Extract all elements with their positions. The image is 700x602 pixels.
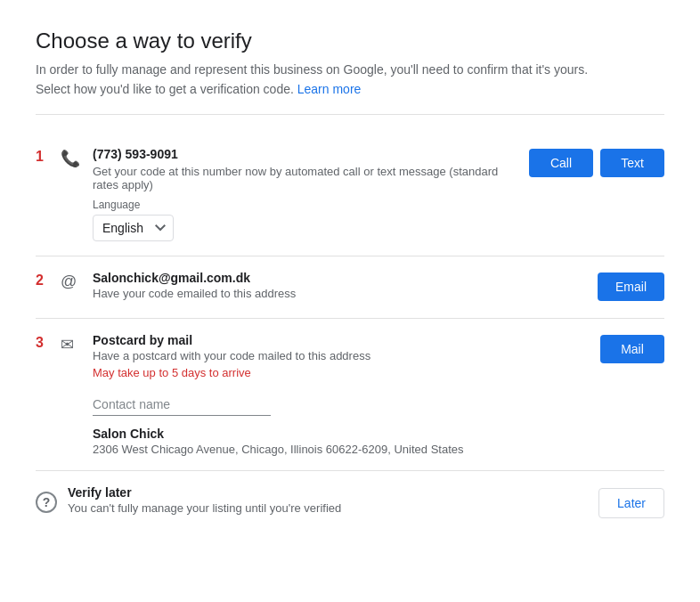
phone-icon: 📞	[61, 149, 89, 168]
email-address: Salonchick@gmail.com.dk	[93, 271, 576, 285]
phone-actions: Call Text	[508, 147, 664, 177]
verify-later-actions: Later	[577, 486, 664, 518]
email-details: Salonchick@gmail.com.dk Have your code e…	[93, 271, 576, 304]
call-button[interactable]: Call	[529, 149, 593, 177]
question-icon: ?	[36, 492, 57, 513]
at-icon: @	[61, 273, 89, 291]
verify-later-option: ? Verify later You can't fully manage yo…	[36, 471, 664, 533]
verify-later-desc: You can't fully manage your listing unti…	[68, 501, 577, 515]
top-divider	[36, 114, 664, 115]
verify-later-content: Verify later You can't fully manage your…	[68, 485, 577, 518]
page-learn-more-text: Select how you'd like to get a verificat…	[36, 82, 664, 96]
postcard-desc: Have a postcard with your code mailed to…	[93, 349, 579, 362]
page-subtitle: In order to fully manage and represent t…	[36, 62, 664, 77]
phone-row-top: (773) 593-9091 Get your code at this num…	[89, 147, 664, 241]
text-button[interactable]: Text	[600, 149, 664, 177]
learn-more-link[interactable]: Learn more	[297, 82, 362, 96]
language-label: Language	[93, 199, 508, 211]
contact-name-input[interactable]	[93, 394, 271, 416]
email-actions: Email	[576, 271, 664, 301]
page-title: Choose a way to verify	[36, 28, 664, 53]
email-option: 2 @ Salonchick@gmail.com.dk Have your co…	[36, 256, 664, 319]
phone-details: (773) 593-9091 Get your code at this num…	[93, 147, 508, 241]
email-desc: Have your code emailed to this address	[93, 287, 576, 300]
verify-later-title: Verify later	[68, 485, 577, 500]
postcard-warning: May take up to 5 days to arrive	[93, 366, 579, 379]
language-select[interactable]: English Spanish French	[93, 215, 174, 241]
later-button[interactable]: Later	[598, 488, 664, 518]
phone-desc: Get your code at this number now by auto…	[93, 165, 508, 191]
mail-button[interactable]: Mail	[600, 335, 664, 363]
phone-number: (773) 593-9091	[93, 147, 508, 161]
postcard-details: Postcard by mail Have a postcard with yo…	[93, 333, 579, 456]
email-option-number: 2	[36, 273, 61, 289]
phone-option-number: 1	[36, 149, 61, 165]
phone-option-content: (773) 593-9091 Get your code at this num…	[89, 147, 664, 241]
mail-icon: ✉	[61, 335, 89, 354]
phone-option: 1 📞 (773) 593-9091 Get your code at this…	[36, 133, 664, 256]
postcard-option: 3 ✉ Postcard by mail Have a postcard wit…	[36, 319, 664, 471]
postcard-title: Postcard by mail	[93, 333, 579, 347]
address-name: Salon Chick	[93, 427, 579, 441]
address-text: 2306 West Chicago Avenue, Chicago, Illin…	[93, 443, 579, 456]
email-button[interactable]: Email	[598, 273, 664, 301]
postcard-option-number: 3	[36, 335, 61, 351]
postcard-actions: Mail	[579, 333, 664, 363]
